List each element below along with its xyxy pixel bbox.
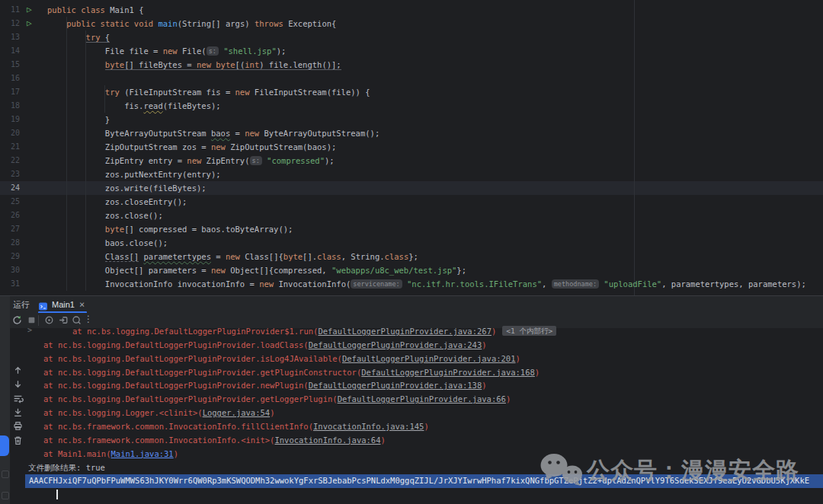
console-line: at nc.bs.framework.common.InvocationInfo…	[25, 420, 823, 434]
console-line: at nc.bs.logging.DefaultLoggerPluginProv…	[25, 339, 823, 352]
close-icon[interactable]: ×	[79, 296, 85, 313]
toolbar-separator	[38, 315, 39, 326]
line-number: 13	[0, 30, 20, 44]
code-line: 30 Object[] parameters = new Object[]{co…	[0, 263, 823, 277]
stack-trace-link[interactable]: Logger.java:54	[203, 408, 271, 417]
code-text: zos.closeEntry();	[47, 195, 187, 209]
run-line-icon[interactable]: ▷	[27, 3, 32, 17]
console-line: at nc.bs.logging.DefaultLoggerPluginProv…	[25, 393, 823, 407]
line-number: 29	[0, 250, 20, 263]
stack-trace-link[interactable]: DefaultLoggerPluginProvider.java:267	[318, 327, 492, 336]
line-number: 28	[0, 236, 20, 250]
code-line: 18 fis.read(fileBytes);	[0, 99, 823, 113]
stack-trace-link[interactable]: DefaultLoggerPluginProvider.java:201	[342, 354, 516, 363]
line-number: 16	[0, 72, 20, 85]
inlay-hint: methodname:	[552, 279, 599, 289]
code-text: }	[47, 113, 110, 126]
code-text: ZipOutputStream zos = new ZipOutputStrea…	[47, 140, 336, 154]
code-text: byte[] compressed = baos.toByteArray();	[47, 222, 293, 236]
stack-trace-link[interactable]: InvocationInfo.java:145	[313, 422, 424, 431]
code-line: 14 File file = new File(s: "shell.jsp");	[0, 44, 823, 58]
caret-line	[25, 488, 823, 502]
line-number: 22	[0, 154, 20, 167]
code-line: 22 ZipEntry entry = new ZipEntry(s: "com…	[0, 154, 823, 167]
line-number: 23	[0, 167, 20, 181]
code-text: Class[] parametertypes = new Class[]{byt…	[47, 250, 418, 263]
run-stripe-button[interactable]	[0, 435, 9, 456]
code-line: 12▷ public static void main(String[] arg…	[0, 17, 823, 30]
line-number: 17	[0, 85, 20, 99]
run-line-icon[interactable]: ▷	[27, 17, 32, 30]
console-output[interactable]: at nc.bs.logging.DefaultLoggerPluginProv…	[0, 325, 823, 504]
code-line: 13 try {	[0, 30, 823, 44]
stack-trace-link[interactable]: Main1.java:31	[111, 449, 174, 458]
stack-trace-link[interactable]: DefaultLoggerPluginProvider.java:168	[361, 368, 535, 377]
code-text: try {	[47, 30, 110, 44]
stack-trace-link[interactable]: DefaultLoggerPluginProvider.java:66	[338, 394, 506, 404]
code-line: 17 try (FileInputStream fis = new FileIn…	[0, 85, 823, 99]
code-text: fis.read(fileBytes);	[47, 99, 221, 113]
code-line: 31 InvocationInfo invocationInfo = new I…	[0, 277, 823, 291]
code-line: 23 zos.putNextEntry(entry);	[0, 167, 823, 181]
code-text: File file = new File(s: "shell.jsp");	[47, 44, 286, 58]
line-number: 14	[0, 44, 20, 58]
console-line: at nc.bs.logging.DefaultLoggerPluginProv…	[25, 325, 823, 339]
console-line: at nc.bs.framework.common.InvocationInfo…	[25, 434, 823, 448]
code-line: 29 Class[] parametertypes = new Class[]{…	[0, 250, 823, 263]
code-line: 15 byte[] fileBytes = new byte[(int) fil…	[0, 58, 823, 72]
code-line: 27 byte[] compressed = baos.toByteArray(…	[0, 222, 823, 236]
more-options-icon[interactable]: ⋮	[84, 314, 93, 324]
code-text: baos.close();	[47, 236, 168, 250]
inlay-hint: servicename:	[351, 279, 402, 289]
line-number: 12	[0, 17, 20, 30]
code-line: 25 zos.closeEntry();	[0, 195, 823, 209]
code-text: public class Main1 {	[47, 3, 143, 17]
line-number: 18	[0, 99, 20, 113]
line-number: 15	[0, 58, 20, 72]
stack-trace-link[interactable]: DefaultLoggerPluginProvider.java:138	[309, 381, 482, 390]
line-number: 31	[0, 277, 20, 291]
code-text: zos.close();	[47, 209, 163, 222]
text-caret	[56, 490, 58, 499]
inlay-hint: s:	[250, 156, 262, 165]
code-text: InvocationInfo invocationInfo = new Invo…	[47, 277, 806, 291]
code-line: 20 ByteArrayOutputStream baos = new Byte…	[0, 126, 823, 140]
tool-window-title: 运行	[13, 296, 30, 313]
stack-trace-link[interactable]: InvocationInfo.java:64	[274, 435, 380, 445]
code-text: zos.putNextEntry(entry);	[47, 167, 221, 181]
console-line: 文件删除结果: true	[25, 461, 823, 475]
console-line: at nc.bs.logging.Logger.<clinit>(Logger.…	[25, 407, 823, 420]
code-line: 16	[0, 72, 823, 85]
console-line: at Main1.main(Main1.java:31)	[25, 448, 823, 461]
stack-trace-link[interactable]: DefaultLoggerPluginProvider.java:243	[309, 340, 482, 349]
code-text: zos.write(fileBytes);	[47, 181, 207, 195]
code-line: 19 }	[0, 113, 823, 126]
line-number: 26	[0, 209, 20, 222]
code-line: 28 baos.close();	[0, 236, 823, 250]
console-line: at nc.bs.logging.DefaultLoggerPluginProv…	[25, 379, 823, 393]
code-text: public static void main(String[] args) t…	[47, 17, 336, 30]
code-editor[interactable]: 11▷public class Main1 {12▷ public static…	[0, 0, 823, 295]
code-text: byte[] fileBytes = new byte[(int) file.l…	[47, 58, 341, 72]
console-line: at nc.bs.logging.DefaultLoggerPluginProv…	[25, 352, 823, 366]
line-number: 24	[0, 181, 20, 195]
code-text: Object[] parameters = new Object[]{compr…	[47, 263, 466, 277]
run-header: 运行 Main1 ×	[0, 296, 823, 313]
code-line: 26 zos.close();	[0, 209, 823, 222]
stripe-icon[interactable]	[2, 471, 9, 478]
tool-window-stripe	[0, 296, 10, 504]
inlay-hint: s:	[207, 46, 219, 56]
console-line: at nc.bs.logging.DefaultLoggerPluginProv…	[25, 366, 823, 380]
line-number: 21	[0, 140, 20, 154]
stripe-icon[interactable]	[2, 492, 9, 499]
selected-output-line: AAACFHJxiQF7uQPbFPuWMWS63hJKY0Wrr6QW0Rp3…	[25, 474, 823, 488]
tab-label: Main1	[52, 296, 75, 313]
line-number: 30	[0, 263, 20, 277]
line-number: 11	[0, 3, 20, 17]
code-line: 21 ZipOutputStream zos = new ZipOutputSt…	[0, 140, 823, 154]
line-number: 25	[0, 195, 20, 209]
code-line: 24 zos.write(fileBytes);	[0, 181, 823, 195]
line-number: 20	[0, 126, 20, 140]
folded-frames-badge[interactable]: <1 个内部行>	[502, 326, 556, 336]
line-number: 27	[0, 222, 20, 236]
